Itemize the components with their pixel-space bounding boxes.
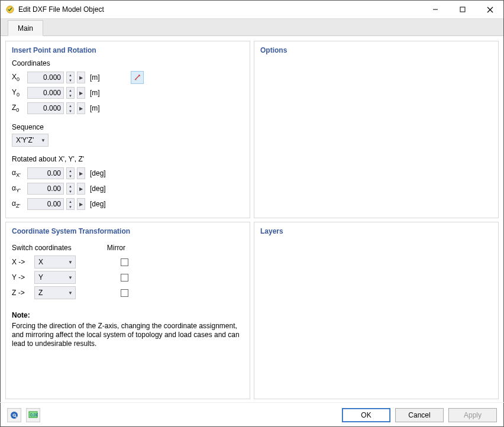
alpha-z-input[interactable]: 0.00 (27, 198, 64, 210)
alpha-y-label: αY' (12, 184, 25, 193)
z0-spinner[interactable]: ▲▼ (66, 102, 75, 114)
z0-unit: [m] (90, 104, 100, 112)
spinner-down-icon[interactable]: ▼ (67, 93, 74, 98)
tab-main-label: Main (18, 24, 33, 33)
panel-layers-title: Layers (260, 227, 492, 235)
chevron-down-icon: ▼ (68, 260, 73, 265)
z0-input[interactable]: 0.000 (27, 102, 64, 114)
x0-label: X0 (12, 73, 25, 82)
spinner-up-icon[interactable]: ▲ (67, 168, 74, 173)
switch-coords-label: Switch coordinates (12, 244, 72, 252)
alpha-z-label: αZ' (12, 199, 25, 209)
y0-input[interactable]: 0.000 (27, 87, 64, 99)
z0-label: Z0 (12, 103, 25, 113)
alpha-z-step[interactable]: ▶ (77, 198, 85, 210)
mirror-y-checkbox[interactable] (121, 274, 128, 282)
svg-text:0,00: 0,00 (30, 413, 38, 417)
help-button[interactable] (7, 408, 21, 422)
tab-main[interactable]: Main (8, 20, 43, 36)
note-body: Forcing the direction of the Z-axis, cha… (12, 322, 243, 348)
switch-x-value: X (38, 258, 43, 266)
switch-z-value: Z (38, 289, 43, 297)
x0-spinner[interactable]: ▲▼ (66, 72, 75, 83)
panel-options: Options (254, 41, 499, 218)
mirror-z-checkbox[interactable] (121, 289, 128, 297)
switch-z-select[interactable]: Z ▼ (34, 286, 76, 299)
titlebar: Edit DXF File Model Object (1, 1, 503, 18)
alpha-x-unit: [deg] (90, 169, 106, 177)
svg-line-5 (135, 75, 140, 80)
cancel-label: Cancel (408, 411, 430, 419)
spinner-down-icon[interactable]: ▼ (67, 77, 74, 83)
chevron-down-icon: ▼ (68, 290, 73, 296)
apply-button[interactable]: Apply (448, 408, 497, 422)
chevron-down-icon: ▼ (41, 138, 46, 143)
spinner-up-icon[interactable]: ▲ (67, 88, 74, 93)
window-title: Edit DXF File Model Object (18, 5, 422, 14)
tabstrip: Main (1, 18, 503, 36)
alpha-x-label: αX' (12, 169, 25, 178)
spinner-up-icon[interactable]: ▲ (67, 72, 74, 77)
panel-coord-transform: Coordinate System Transformation Switch … (5, 222, 250, 399)
spinner-down-icon[interactable]: ▼ (67, 189, 74, 194)
panel-insert: Insert Point and Rotation Coordinates X0… (5, 41, 250, 218)
panel-insert-title: Insert Point and Rotation (12, 46, 244, 54)
spinner-up-icon[interactable]: ▲ (67, 103, 74, 108)
ok-button[interactable]: OK (342, 408, 390, 422)
switch-z-label: Z -> (12, 289, 30, 297)
spinner-down-icon[interactable]: ▼ (67, 204, 74, 209)
switch-y-select[interactable]: Y ▼ (34, 271, 76, 284)
panel-coord-title: Coordinate System Transformation (12, 227, 244, 235)
sequence-value: X'Y'Z' (16, 136, 34, 144)
spinner-up-icon[interactable]: ▲ (67, 183, 74, 189)
minimize-button[interactable] (422, 1, 449, 18)
spinner-down-icon[interactable]: ▼ (67, 173, 74, 179)
panel-options-title: Options (260, 46, 492, 54)
content-area: Insert Point and Rotation Coordinates X0… (1, 36, 503, 404)
switch-x-label: X -> (12, 258, 30, 266)
footer: 0,00 OK Cancel Apply (0, 402, 504, 427)
switch-y-value: Y (38, 273, 43, 282)
alpha-z-unit: [deg] (90, 200, 106, 208)
switch-y-label: Y -> (12, 273, 30, 282)
x0-input[interactable]: 0.000 (27, 72, 64, 83)
y0-step[interactable]: ▶ (77, 87, 85, 99)
close-button[interactable] (476, 1, 503, 18)
alpha-y-step[interactable]: ▶ (77, 183, 85, 195)
alpha-x-spinner[interactable]: ▲▼ (66, 167, 75, 179)
y0-label: Y0 (12, 88, 25, 98)
y0-unit: [m] (90, 89, 100, 97)
units-button[interactable]: 0,00 (26, 408, 40, 422)
panel-layers: Layers (254, 222, 499, 399)
maximize-button[interactable] (449, 1, 476, 18)
svg-point-6 (11, 412, 18, 419)
chevron-down-icon: ▼ (68, 275, 73, 280)
axis-preview-button[interactable] (131, 71, 144, 84)
alpha-x-step[interactable]: ▶ (77, 167, 85, 179)
x0-step[interactable]: ▶ (77, 72, 85, 83)
alpha-y-spinner[interactable]: ▲▼ (66, 183, 75, 195)
cancel-button[interactable]: Cancel (395, 408, 444, 422)
svg-rect-2 (460, 7, 465, 12)
ok-label: OK (361, 411, 371, 419)
z0-step[interactable]: ▶ (77, 102, 85, 114)
x0-unit: [m] (90, 73, 100, 82)
apply-label: Apply (464, 411, 482, 419)
sequence-select[interactable]: X'Y'Z' ▼ (12, 134, 49, 147)
coordinates-label: Coordinates (12, 59, 244, 67)
mirror-x-checkbox[interactable] (121, 258, 128, 266)
y0-spinner[interactable]: ▲▼ (66, 87, 75, 99)
alpha-y-unit: [deg] (90, 185, 106, 193)
note-title: Note: (12, 311, 244, 319)
spinner-up-icon[interactable]: ▲ (67, 199, 74, 204)
rotated-label: Rotated about X', Y', Z' (12, 155, 244, 163)
mirror-label: Mirror (107, 244, 125, 252)
alpha-z-spinner[interactable]: ▲▼ (66, 198, 75, 210)
spinner-down-icon[interactable]: ▼ (67, 108, 74, 114)
sequence-label: Sequence (12, 123, 244, 131)
switch-x-select[interactable]: X ▼ (34, 255, 76, 269)
alpha-x-input[interactable]: 0.00 (27, 167, 64, 179)
app-icon (5, 5, 15, 14)
alpha-y-input[interactable]: 0.00 (27, 183, 64, 195)
